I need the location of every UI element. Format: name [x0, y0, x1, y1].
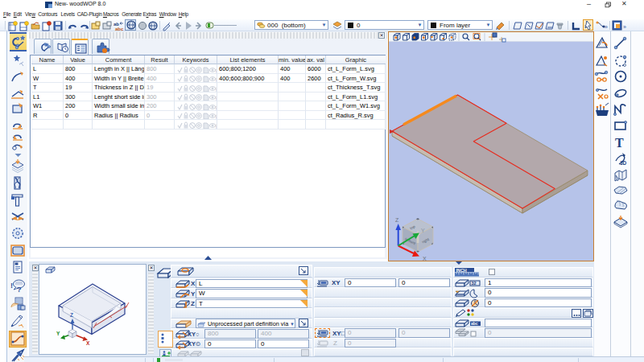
svg-text:Y: Y — [421, 228, 425, 233]
svg-text:»: » — [605, 24, 608, 30]
svg-text:abc: abc — [471, 321, 478, 326]
svg-text:INCH: INCH — [456, 268, 467, 273]
svg-text:32: 32 — [472, 281, 477, 286]
svg-text:»: » — [623, 24, 626, 30]
svg-text:X: X — [423, 256, 427, 261]
svg-text:Z: Z — [395, 217, 399, 223]
svg-text:T: T — [615, 136, 624, 150]
svg-text:X: X — [86, 340, 90, 346]
svg-text:Z: Z — [70, 312, 73, 318]
svg-text:!: ! — [10, 282, 13, 290]
svg-text:?: ? — [17, 286, 22, 294]
svg-text:3D: 3D — [620, 160, 627, 166]
svg-text:Y: Y — [56, 331, 60, 336]
